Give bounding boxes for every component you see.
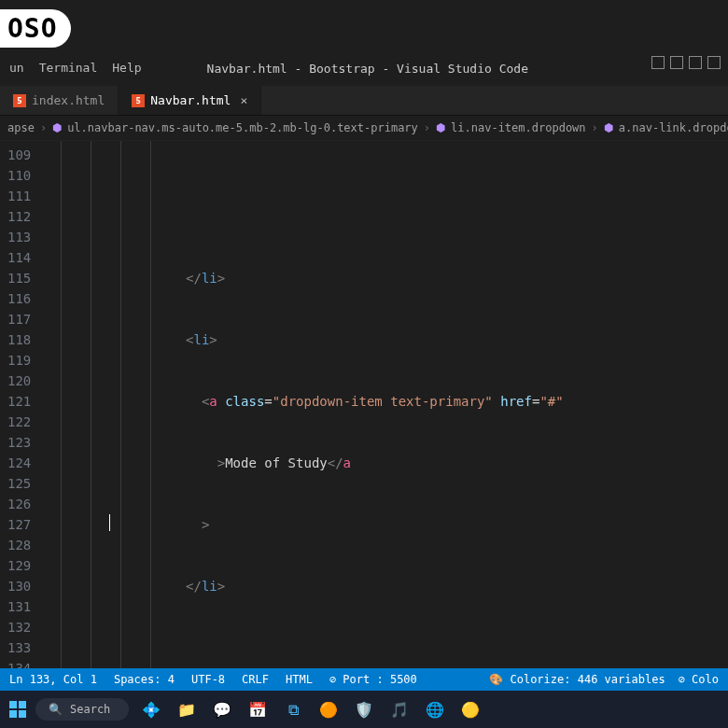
line-number: 118 — [7, 329, 31, 350]
taskbar-app-icon[interactable]: 🌐 — [422, 696, 448, 722]
search-placeholder: Search — [70, 703, 110, 716]
line-number: 109 — [7, 145, 31, 165]
menu-run[interactable]: un — [9, 61, 24, 75]
status-port[interactable]: ⊘ Port : 5500 — [329, 673, 417, 686]
symbol-icon: ⬢ — [604, 121, 613, 134]
line-number: 128 — [7, 535, 31, 555]
breadcrumb-item[interactable]: a.nav-link.dropdown-toggle. — [619, 121, 728, 134]
line-number: 115 — [7, 268, 31, 288]
chevron-right-icon: › — [40, 121, 47, 134]
tab-bar: 5 index.html 5 Navbar.html × — [0, 86, 728, 116]
text-cursor — [109, 514, 110, 531]
status-cursor-pos[interactable]: Ln 133, Col 1 — [9, 673, 97, 686]
tab-label: index.html — [32, 93, 105, 107]
taskbar-app-icon[interactable]: 💠 — [138, 696, 164, 722]
taskbar-search[interactable]: 🔍 Search — [35, 698, 129, 721]
menu-terminal[interactable]: Terminal — [39, 61, 98, 75]
status-extra[interactable]: ⊘ Colo — [679, 673, 719, 686]
html-icon: 5 — [132, 94, 145, 107]
line-number: 126 — [7, 494, 31, 514]
line-number: 119 — [7, 350, 31, 371]
line-number: 132 — [7, 617, 31, 637]
line-number: 130 — [7, 576, 31, 596]
line-number: 117 — [7, 309, 31, 329]
code-content[interactable]: </li> <li> <a class="dropdown-item text-… — [44, 141, 665, 728]
html-icon: 5 — [13, 94, 26, 107]
line-number: 133 — [7, 637, 31, 658]
line-number: 123 — [7, 432, 31, 453]
code-editor[interactable]: 109 110 111 112 113 114 115 116 117 118 … — [0, 141, 728, 728]
taskbar-app-icon[interactable]: ⧉ — [280, 696, 306, 722]
breadcrumb-item[interactable]: li.nav-item.dropdown — [451, 121, 586, 134]
taskbar-app-icon[interactable]: 📁 — [174, 696, 200, 722]
line-number: 129 — [7, 555, 31, 576]
line-gutter: 109 110 111 112 113 114 115 116 117 118 … — [0, 141, 44, 728]
tab-index[interactable]: 5 index.html — [0, 86, 119, 115]
line-number: 131 — [7, 596, 31, 617]
taskbar-app-icon[interactable]: 🛡️ — [351, 696, 377, 722]
breadcrumb[interactable]: apse › ⬢ ul.navbar-nav.ms-auto.me-5.mb-2… — [0, 116, 728, 141]
status-bar: Ln 133, Col 1 Spaces: 4 UTF-8 CRLF HTML … — [0, 668, 728, 691]
line-number: 121 — [7, 391, 31, 412]
menu-help[interactable]: Help — [112, 61, 141, 75]
chevron-right-icon: › — [592, 121, 598, 134]
watermark: OSO — [0, 9, 71, 48]
status-colorize[interactable]: 🎨 Colorize: 446 variables — [489, 673, 665, 686]
menubar: un Terminal Help — [9, 57, 151, 80]
symbol-icon: ⬢ — [52, 121, 62, 134]
taskbar-app-icon[interactable]: 💬 — [209, 696, 235, 722]
chevron-right-icon: › — [424, 121, 430, 134]
taskbar-app-icon[interactable]: 📅 — [245, 696, 271, 722]
symbol-icon: ⬢ — [436, 121, 445, 134]
close-icon[interactable]: × — [240, 93, 247, 107]
start-button[interactable] — [9, 701, 26, 718]
breadcrumb-item[interactable]: ul.navbar-nav.ms-auto.me-5.mb-2.mb-lg-0.… — [67, 121, 418, 134]
taskbar-app-icon[interactable]: 🎵 — [386, 696, 413, 722]
line-number: 114 — [7, 247, 31, 268]
status-spaces[interactable]: Spaces: 4 — [114, 673, 175, 686]
line-number: 120 — [7, 371, 31, 391]
taskbar-app-icon[interactable]: 🟡 — [457, 696, 483, 722]
status-language[interactable]: HTML — [286, 673, 313, 686]
layout-icon[interactable] — [651, 56, 665, 69]
layout-icon[interactable] — [707, 56, 721, 69]
tab-navbar[interactable]: 5 Navbar.html × — [119, 86, 261, 115]
line-number: 124 — [7, 453, 31, 473]
taskbar: 🔍 Search 💠 📁 💬 📅 ⧉ 🟠 🛡️ 🎵 🌐 🟡 — [0, 691, 728, 728]
breadcrumb-item[interactable]: apse — [7, 121, 35, 134]
layout-icon[interactable] — [689, 56, 702, 69]
line-number: 113 — [7, 227, 31, 247]
line-number: 112 — [7, 206, 31, 227]
line-number: 116 — [7, 288, 31, 309]
tab-label: Navbar.html — [150, 93, 231, 107]
search-icon: 🔍 — [49, 703, 63, 716]
line-number: 111 — [7, 186, 31, 206]
layout-icon[interactable] — [670, 56, 683, 69]
line-number: 110 — [7, 165, 31, 186]
line-number: 122 — [7, 412, 31, 432]
line-number: 125 — [7, 473, 31, 494]
line-number: 127 — [7, 514, 31, 535]
taskbar-app-icon[interactable]: 🟠 — [315, 696, 342, 722]
status-encoding[interactable]: UTF-8 — [191, 673, 225, 686]
titlebar: un Terminal Help Navbar.html - Bootstrap… — [0, 51, 728, 86]
status-eol[interactable]: CRLF — [242, 673, 269, 686]
window-title: Navbar.html - Bootstrap - Visual Studio … — [207, 62, 528, 76]
